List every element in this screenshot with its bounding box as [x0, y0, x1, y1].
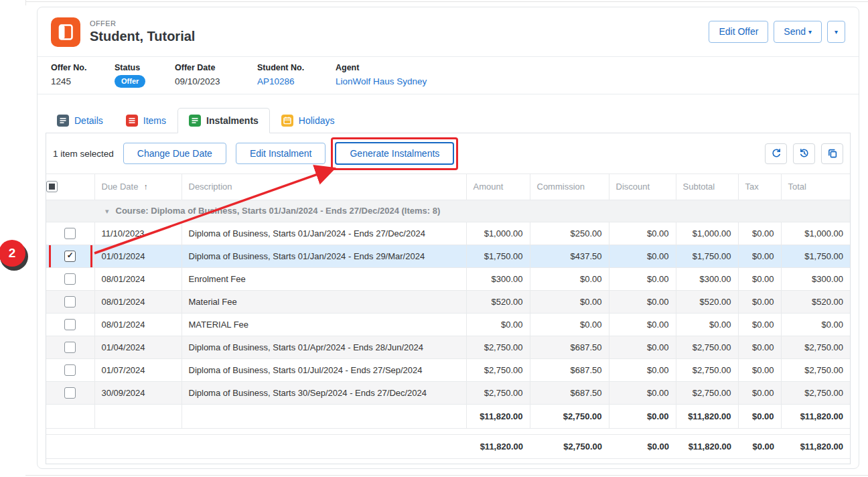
status-label: Status: [115, 63, 175, 72]
tab-instalments[interactable]: Instalments: [177, 108, 270, 133]
table-row[interactable]: 30/09/2024 Diploma of Business, Starts 3…: [46, 381, 850, 404]
copy-grid-button[interactable]: [821, 143, 843, 164]
header-actions: Edit Offer Send ▾ ▾: [709, 21, 845, 42]
agent-link[interactable]: LionWolf Haus Sydney: [336, 76, 427, 86]
info-offer-no: Offer No. 1245: [51, 63, 115, 94]
student-no-link[interactable]: AP10286: [257, 76, 336, 86]
group-collapse-icon[interactable]: ▾: [105, 207, 109, 215]
cell-description: Diploma of Business, Starts 01/Jan/2024 …: [182, 222, 466, 245]
column-amount[interactable]: Amount: [466, 174, 530, 200]
cell-subtotal: $0.00: [676, 313, 738, 336]
instalments-icon: [189, 115, 201, 127]
change-due-date-button[interactable]: Change Due Date: [123, 143, 226, 164]
row-checkbox[interactable]: [64, 364, 76, 376]
row-checkbox-cell[interactable]: [46, 222, 94, 245]
page-bottom-divider: [25, 475, 868, 476]
row-checkbox[interactable]: [64, 342, 76, 353]
row-checkbox-cell[interactable]: ✓: [46, 245, 94, 267]
column-due-date[interactable]: Due Date↑: [94, 174, 182, 200]
cell-description: Material Fee: [182, 290, 466, 313]
group-header-label: Course: Diploma of Business, Starts 01/J…: [116, 206, 441, 216]
cell-commission: $437.50: [530, 245, 609, 267]
table-row[interactable]: 08/01/2024 Enrolment Fee $300.00 $0.00 $…: [46, 267, 850, 290]
row-checkbox[interactable]: [64, 296, 76, 308]
tab-items[interactable]: Items: [115, 108, 177, 133]
cell-subtotal: $520.00: [676, 290, 738, 313]
cell-discount: $0.00: [609, 336, 676, 358]
column-commission[interactable]: Commission: [530, 174, 609, 200]
row-checkbox[interactable]: [64, 273, 76, 285]
cell-subtotal: $1,750.00: [676, 245, 738, 267]
table-row[interactable]: 11/10/2023 Diploma of Business, Starts 0…: [46, 222, 850, 245]
cell-discount: $0.00: [609, 222, 676, 245]
info-status: Status Offer: [115, 63, 175, 94]
row-checkbox[interactable]: [64, 228, 76, 239]
cell-subtotal: $2,750.00: [676, 381, 738, 404]
row-checkbox[interactable]: [64, 387, 76, 399]
column-subtotal[interactable]: Subtotal: [676, 174, 738, 200]
cell-amount: $2,750.00: [466, 336, 530, 358]
row-checkbox[interactable]: [64, 319, 76, 330]
cell-tax: $0.00: [738, 336, 781, 358]
holidays-icon: [281, 115, 293, 127]
more-actions-button[interactable]: ▾: [827, 21, 845, 42]
cell-description: MATERIAL Fee: [182, 313, 466, 336]
cell-description: Diploma of Business, Starts 30/Sep/2024 …: [182, 381, 466, 404]
check-icon: ✓: [65, 251, 75, 261]
cell-amount: $300.00: [466, 267, 530, 290]
totals-spacer: [46, 428, 850, 434]
group-total-tax: $0.00: [738, 404, 781, 428]
row-checkbox-cell[interactable]: [46, 336, 94, 358]
cell-commission: $687.50: [530, 381, 609, 404]
grand-total-total: $11,820.00: [781, 434, 850, 458]
cell-commission: $250.00: [530, 222, 609, 245]
cell-due-date: 01/04/2024: [94, 336, 182, 358]
tab-details[interactable]: Details: [46, 108, 115, 133]
tab-bar: Details Items Instalments Holidays: [46, 108, 851, 133]
grid-end-padding: [46, 458, 850, 462]
send-label: Send: [784, 26, 806, 37]
cell-due-date: 30/09/2024: [94, 381, 182, 404]
toolbar-right-icons: [765, 143, 843, 164]
tab-instalments-label: Instalments: [206, 115, 259, 126]
table-row[interactable]: 08/01/2024 MATERIAL Fee $0.00 $0.00 $0.0…: [46, 313, 850, 336]
table-row[interactable]: 01/07/2024 Diploma of Business, Starts 0…: [46, 358, 850, 381]
cell-total: $2,750.00: [781, 381, 850, 404]
group-header-row[interactable]: ▾Course: Diploma of Business, Starts 01/…: [46, 200, 850, 222]
row-checkbox-checked[interactable]: ✓: [64, 251, 76, 262]
cell-total: $0.00: [781, 313, 850, 336]
info-agent: Agent LionWolf Haus Sydney: [336, 63, 427, 94]
send-button[interactable]: Send ▾: [774, 21, 822, 42]
column-tax[interactable]: Tax: [738, 174, 781, 200]
refresh-button[interactable]: [765, 143, 787, 164]
edit-instalment-button[interactable]: Edit Instalment: [236, 143, 326, 164]
items-icon: [126, 115, 138, 127]
tab-holidays-label: Holidays: [299, 115, 335, 126]
row-checkbox-cell[interactable]: [46, 313, 94, 336]
row-checkbox-cell[interactable]: [46, 381, 94, 404]
cell-due-date: 01/01/2024: [94, 245, 182, 267]
row-checkbox-cell[interactable]: [46, 267, 94, 290]
cell-amount: $2,750.00: [466, 381, 530, 404]
group-total-amount: $11,820.00: [466, 404, 530, 428]
column-total[interactable]: Total: [781, 174, 850, 200]
cell-description: Diploma of Business, Starts 01/Jul/2024 …: [182, 358, 466, 381]
generate-instalments-button[interactable]: Generate Instalments: [335, 142, 454, 165]
row-checkbox-cell[interactable]: [46, 358, 94, 381]
cell-discount: $0.00: [609, 313, 676, 336]
table-row-selected[interactable]: ✓ 01/01/2024 Diploma of Business, Starts…: [46, 245, 850, 267]
column-discount[interactable]: Discount: [609, 174, 676, 200]
table-row[interactable]: 01/04/2024 Diploma of Business, Starts 0…: [46, 336, 850, 358]
history-button[interactable]: [793, 143, 815, 164]
select-all-checkbox-cell[interactable]: [46, 174, 94, 200]
select-all-checkbox[interactable]: [46, 181, 58, 192]
cell-discount: $0.00: [609, 290, 676, 313]
edit-offer-button[interactable]: Edit Offer: [709, 21, 768, 42]
column-description[interactable]: Description: [182, 174, 466, 200]
row-checkbox-cell[interactable]: [46, 290, 94, 313]
offer-date-value: 09/10/2023: [175, 76, 257, 86]
tab-holidays[interactable]: Holidays: [270, 108, 346, 133]
table-row[interactable]: 08/01/2024 Material Fee $520.00 $0.00 $0…: [46, 290, 850, 313]
cell-discount: $0.00: [609, 245, 676, 267]
cell-commission: $0.00: [530, 290, 609, 313]
